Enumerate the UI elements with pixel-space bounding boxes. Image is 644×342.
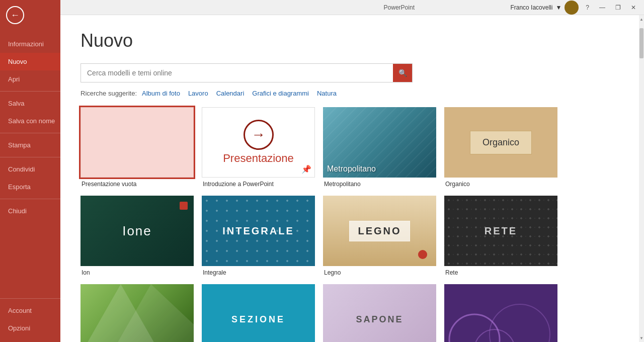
ion-text: Ione xyxy=(122,223,152,239)
template-legno[interactable]: LEGNO Legno xyxy=(323,196,436,276)
app-title: PowerPoint xyxy=(288,4,510,11)
template-label-metro: Metropolitano xyxy=(323,181,436,188)
ion-dot xyxy=(180,202,188,210)
template-label-vuota: Presentazione vuota xyxy=(80,181,194,188)
template-thumb-legno: LEGNO xyxy=(323,196,436,266)
suggestion-calendari[interactable]: Calendari xyxy=(216,90,245,97)
template-sapone[interactable]: SAPONE Sapone xyxy=(323,284,436,342)
template-intro[interactable]: → Presentazione 📌 Introduzione a PowerPo… xyxy=(202,107,315,188)
template-thumb-intro: → Presentazione 📌 xyxy=(202,107,315,178)
titlebar-controls: Franco Iacovelli ▼ ? — ❐ ✕ xyxy=(510,1,639,15)
template-label-ion: Ion xyxy=(80,269,194,276)
sidebar-divider-1 xyxy=(0,91,60,92)
sidebar-divider-2 xyxy=(0,133,60,133)
template-integrale[interactable]: INTEGRALE Integrale xyxy=(202,196,315,276)
template-thumb-sfaccettatura: Sfaccettatura xyxy=(80,284,194,342)
suggestions-bar: Ricerche suggerite: Album di foto Lavoro… xyxy=(80,90,619,97)
template-thumb-rete: RETE xyxy=(444,196,557,266)
sidebar-item-account[interactable]: Account xyxy=(0,302,60,319)
template-thumb-last xyxy=(444,284,557,342)
template-thumb-integrale: INTEGRALE xyxy=(202,196,315,266)
suggestion-grafici[interactable]: Grafici e diagrammi xyxy=(252,90,309,97)
user-name: Franco Iacovelli xyxy=(510,4,552,11)
template-label-intro: Introduzione a PowerPoint xyxy=(202,181,315,188)
sapone-text: SAPONE xyxy=(356,314,403,325)
pin-icon: 📌 xyxy=(301,164,311,174)
template-label-legno: Legno xyxy=(323,269,436,276)
template-sfaccettatura[interactable]: Sfaccettatura Sfaccettatura xyxy=(80,284,194,342)
search-input[interactable] xyxy=(81,65,393,81)
sidebar-divider-5 xyxy=(0,298,60,299)
svg-point-4 xyxy=(490,304,550,342)
svg-point-3 xyxy=(474,329,515,342)
template-sezione[interactable]: SEZIONE Sezione xyxy=(202,284,315,342)
legno-dot xyxy=(418,250,427,259)
sidebar-nav: Informazioni Nuovo Apri Salva Salva con … xyxy=(0,35,60,220)
svg-point-2 xyxy=(449,314,500,342)
sezione-text: SEZIONE xyxy=(231,314,285,325)
template-label-organico: Organico xyxy=(444,181,557,188)
sidebar: ← Informazioni Nuovo Apri Salva Salva co… xyxy=(0,0,60,342)
sidebar-item-informazioni[interactable]: Informazioni xyxy=(0,35,60,53)
template-vuota[interactable]: Presentazione vuota xyxy=(80,107,194,188)
metro-label-overlay: Metropolitano xyxy=(327,164,376,174)
last-svg xyxy=(444,284,557,342)
template-grid: Presentazione vuota → Presentazione 📌 In… xyxy=(80,107,619,342)
suggestion-album[interactable]: Album di foto xyxy=(142,90,180,97)
titlebar: PowerPoint Franco Iacovelli ▼ ? — ❐ ✕ xyxy=(60,0,644,15)
sidebar-item-opzioni[interactable]: Opzioni xyxy=(0,319,60,337)
suggestion-lavoro[interactable]: Lavoro xyxy=(188,90,208,97)
template-rete[interactable]: RETE Rete xyxy=(444,196,557,276)
template-thumb-organico: Organico xyxy=(444,107,557,178)
suggestions-label: Ricerche suggerite: xyxy=(80,90,137,97)
user-dropdown-icon[interactable]: ▼ xyxy=(555,4,561,11)
user-area: Franco Iacovelli ▼ xyxy=(510,1,579,15)
template-thumb-sapone: SAPONE xyxy=(323,284,436,342)
sidebar-item-chiudi[interactable]: Chiudi xyxy=(0,202,60,220)
template-ion[interactable]: Ione Ion xyxy=(80,196,194,276)
sidebar-item-nuovo[interactable]: Nuovo xyxy=(0,53,60,70)
sidebar-divider-3 xyxy=(0,157,60,157)
scroll-track xyxy=(639,23,644,334)
sidebar-item-salva[interactable]: Salva xyxy=(0,95,60,112)
sidebar-item-apri[interactable]: Apri xyxy=(0,70,60,88)
restore-button[interactable]: ❐ xyxy=(612,3,624,12)
template-label-integrale: Integrale xyxy=(202,269,315,276)
suggestion-natura[interactable]: Natura xyxy=(317,90,337,97)
sidebar-divider-4 xyxy=(0,199,60,199)
scroll-up-arrow[interactable]: ▲ xyxy=(639,15,644,23)
template-thumb-sezione: SEZIONE xyxy=(202,284,315,342)
organico-card: Organico xyxy=(470,131,532,154)
back-icon: ← xyxy=(6,6,24,24)
template-thumb-vuota xyxy=(80,107,194,178)
back-button[interactable]: ← xyxy=(0,0,30,30)
integrale-text: INTEGRALE xyxy=(222,225,294,237)
intro-text: Presentazione xyxy=(223,152,294,165)
intro-arrow-icon: → xyxy=(244,120,274,150)
close-button[interactable]: ✕ xyxy=(628,3,639,12)
scroll-thumb[interactable] xyxy=(639,28,643,58)
template-thumb-ion: Ione xyxy=(80,196,194,266)
template-thumb-metro: Metropolitano xyxy=(323,107,436,178)
scrollbar: ▲ ▼ xyxy=(639,15,644,342)
page-title: Nuovo xyxy=(80,30,619,51)
template-label-rete: Rete xyxy=(444,269,557,276)
sidebar-item-condividi[interactable]: Condividi xyxy=(0,160,60,178)
scroll-down-arrow[interactable]: ▼ xyxy=(639,334,644,342)
sfaccettatura-svg xyxy=(80,284,194,342)
template-last[interactable] xyxy=(444,284,557,342)
search-icon: 🔍 xyxy=(398,69,407,77)
minimize-button[interactable]: — xyxy=(596,3,608,12)
sidebar-bottom: Account Opzioni xyxy=(0,295,60,342)
template-metro[interactable]: Metropolitano Metropolitano xyxy=(323,107,436,188)
sidebar-item-salva-con-nome[interactable]: Salva con nome xyxy=(0,112,60,130)
main-area: PowerPoint Franco Iacovelli ▼ ? — ❐ ✕ Nu… xyxy=(60,0,644,342)
search-area: 🔍 xyxy=(80,63,413,82)
content-area: Nuovo 🔍 Ricerche suggerite: Album di fot… xyxy=(60,15,639,342)
sidebar-item-esporta[interactable]: Esporta xyxy=(0,178,60,196)
help-button[interactable]: ? xyxy=(583,3,592,12)
sidebar-item-stampa[interactable]: Stampa xyxy=(0,136,60,154)
search-button[interactable]: 🔍 xyxy=(393,64,412,82)
template-organico[interactable]: Organico Organico xyxy=(444,107,557,188)
avatar xyxy=(565,1,579,15)
